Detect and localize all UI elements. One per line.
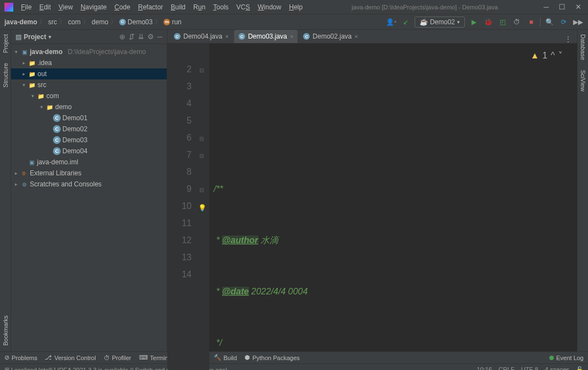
tree-scratches[interactable]: ▸⊚Scratches and Consoles xyxy=(11,179,167,190)
maximize-button[interactable]: ☐ xyxy=(559,3,565,11)
collapse-all-icon[interactable]: ⇊ xyxy=(138,33,144,41)
class-icon: C xyxy=(119,19,126,25)
tree-com[interactable]: ▾📁com xyxy=(11,90,167,101)
menu-file[interactable]: File xyxy=(18,2,35,12)
menu-vcs[interactable]: VCS xyxy=(233,2,253,12)
next-icon[interactable]: ˅ xyxy=(558,47,563,64)
bookmarks-tool-button[interactable]: Bookmarks xyxy=(2,315,9,346)
class-icon: C xyxy=(53,136,61,144)
breadcrumb-class[interactable]: CDemo03 xyxy=(119,18,152,26)
tree-demo02[interactable]: CDemo02 xyxy=(11,124,167,135)
minimize-button[interactable]: ─ xyxy=(544,3,549,11)
sync-icon[interactable]: ⟳ xyxy=(558,17,569,28)
intellij-logo-icon xyxy=(4,3,13,12)
menu-view[interactable]: View xyxy=(55,2,76,12)
menu-help[interactable]: Help xyxy=(285,2,306,12)
vcs-update-icon[interactable]: ↙ xyxy=(400,17,411,28)
code-editor[interactable]: 234 567 8910 111213 14 ⊟ ⊟ ⊟ ⊟ 💡 /** * @… xyxy=(167,44,577,370)
breadcrumb-demo[interactable]: demo xyxy=(92,18,108,26)
menu-window[interactable]: Window xyxy=(255,2,285,12)
gutter: 234 567 8910 111213 14 xyxy=(167,44,198,370)
main-menu: File Edit View Navigate Code Refactor Bu… xyxy=(18,2,306,12)
project-tool-button[interactable]: Project xyxy=(2,34,9,53)
sciview-tool-button[interactable]: SciView xyxy=(580,70,586,92)
profiler-button[interactable]: ⏱Profiler xyxy=(104,355,131,361)
class-icon: C xyxy=(239,33,245,40)
tree-root[interactable]: ▾▣ java-demo D:\IdeaProjects\java-demo xyxy=(11,46,167,57)
tree-demo03[interactable]: CDemo03 xyxy=(11,135,167,146)
menu-code[interactable]: Code xyxy=(111,2,134,12)
menu-edit[interactable]: Edit xyxy=(36,2,54,12)
show-tool-windows-icon[interactable]: ⊞ xyxy=(4,366,9,370)
class-icon: C xyxy=(53,114,61,122)
select-opened-icon[interactable]: ⊕ xyxy=(119,33,125,41)
coverage-button[interactable]: ◰ xyxy=(497,17,508,28)
tree-demo[interactable]: ▾📁demo xyxy=(11,101,167,112)
hide-icon[interactable]: ─ xyxy=(157,33,162,41)
expand-all-icon[interactable]: ⇵ xyxy=(129,33,135,41)
database-tool-button[interactable]: Database xyxy=(580,34,586,60)
tree-external[interactable]: ▸⊪External Libraries xyxy=(11,168,167,179)
breadcrumb-project[interactable]: java-demo xyxy=(4,18,37,26)
debug-button[interactable]: 🐞 xyxy=(483,17,494,28)
ide-scripting-icon[interactable]: ▶▶ xyxy=(573,17,584,28)
run-button[interactable]: ▶ xyxy=(468,17,479,28)
warning-icon: ▲ xyxy=(531,47,539,64)
menu-tools[interactable]: Tools xyxy=(210,2,232,12)
tree-iml[interactable]: ▣java-demo.iml xyxy=(11,157,167,168)
vcs-button[interactable]: ⎇Version Control xyxy=(45,354,96,361)
structure-tool-button[interactable]: Structure xyxy=(2,63,9,88)
run-config-selector[interactable]: ☕Demo02▾ xyxy=(415,17,465,28)
tree-out[interactable]: ▸📁out xyxy=(11,68,167,79)
breadcrumb-method[interactable]: mrun xyxy=(163,18,181,26)
tree-demo01[interactable]: CDemo01 xyxy=(11,112,167,124)
tree-demo04[interactable]: CDemo04 xyxy=(11,146,167,157)
prev-icon[interactable]: ^ xyxy=(550,47,555,64)
intention-bulb-icon[interactable]: 💡 xyxy=(198,200,206,217)
class-icon: C xyxy=(303,33,310,40)
inspection-widget[interactable]: ▲1 ^˅ xyxy=(528,46,565,65)
search-icon[interactable]: 🔍 xyxy=(544,17,555,28)
settings-icon[interactable]: ⚙ xyxy=(147,33,154,41)
close-button[interactable]: ✕ xyxy=(575,3,581,11)
method-icon: m xyxy=(163,19,170,25)
tabs-more-icon[interactable]: ⋮ xyxy=(559,35,577,43)
class-icon: C xyxy=(174,33,181,40)
tree-idea[interactable]: ▸📁.idea xyxy=(11,57,167,68)
tab-demo02[interactable]: CDemo02.java× xyxy=(299,30,362,43)
tab-demo04[interactable]: CDemo04.java× xyxy=(169,30,233,43)
class-icon: C xyxy=(53,147,61,155)
profile-button[interactable]: ⏱ xyxy=(511,17,522,28)
menu-refactor[interactable]: Refactor xyxy=(135,2,166,12)
tab-demo03[interactable]: CDemo03.java× xyxy=(234,30,298,43)
menu-navigate[interactable]: Navigate xyxy=(77,2,110,12)
project-panel-title[interactable]: ▤Project▾ xyxy=(15,33,51,41)
close-icon[interactable]: × xyxy=(290,33,293,40)
breadcrumb-src[interactable]: src xyxy=(48,18,57,26)
menu-run[interactable]: Run xyxy=(190,2,209,12)
window-title: java-demo [D:\IdeaProjects\java-demo] - … xyxy=(306,4,544,10)
menu-build[interactable]: Build xyxy=(167,2,189,12)
stop-button[interactable]: ■ xyxy=(526,17,537,28)
close-icon[interactable]: × xyxy=(354,33,358,40)
class-icon: C xyxy=(53,125,61,133)
breadcrumb-com[interactable]: com xyxy=(68,18,81,26)
readonly-icon[interactable]: 🔓 xyxy=(576,366,584,370)
tree-src[interactable]: ▾📁src xyxy=(11,79,167,90)
close-icon[interactable]: × xyxy=(225,33,229,40)
add-config-icon[interactable]: 👤+ xyxy=(386,17,397,28)
gutter-icons: ⊟ ⊟ ⊟ ⊟ 💡 xyxy=(198,44,209,370)
problems-button[interactable]: ⊘Problems xyxy=(4,354,37,361)
